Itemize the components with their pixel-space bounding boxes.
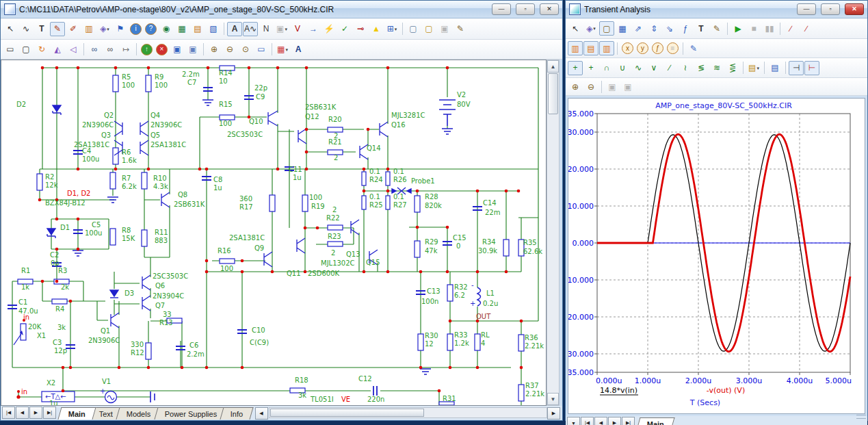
warning-icon[interactable]: ▲ (369, 22, 384, 36)
define-component-icon[interactable]: ✐ (66, 22, 81, 36)
text-icon[interactable]: T (694, 21, 709, 36)
goto-icon[interactable]: ↦ (118, 42, 133, 57)
zoom-area-icon[interactable]: ⊙ (238, 42, 253, 57)
component-drop-icon-dropdown[interactable]: ▾ (593, 26, 596, 31)
rotate-icon[interactable]: ↻ (34, 42, 49, 57)
low-icon[interactable]: ∨ (646, 61, 661, 75)
analysis-title-bar[interactable]: Transient Analysis — ▫ ✕ (566, 1, 867, 18)
color-palette-icon[interactable]: ▦▾ (275, 42, 290, 57)
fx-scale-icon[interactable]: ƒ (678, 21, 693, 36)
condition-display-icon[interactable]: ✓ (337, 22, 352, 36)
zoom-out-icon[interactable]: ⊖ (222, 42, 237, 57)
tab-power-supplies[interactable]: Power Supplies (154, 407, 228, 420)
pan-graph-icon[interactable]: ▦ (615, 21, 630, 36)
zoom-select-icon[interactable]: ▢ (599, 21, 614, 36)
model-check-icon[interactable]: ▦ (174, 22, 189, 36)
numeric-output-icon[interactable]: ▤ (767, 61, 782, 75)
scroll-up-icon[interactable]: ▲ (547, 60, 559, 73)
shapes-icon-dropdown[interactable]: ▾ (107, 27, 109, 31)
valley-icon[interactable]: ∪ (615, 61, 630, 75)
analysis-maximize-button[interactable]: ▫ (821, 3, 840, 15)
component-mode-icon[interactable]: ✎ (50, 22, 65, 36)
node-numbers-icon[interactable]: N (259, 22, 274, 36)
digital-trace-icon[interactable]: ▧ (206, 22, 221, 36)
bus-icon[interactable]: ▥ (81, 22, 96, 36)
power-display-icon[interactable]: ⚡ (321, 22, 337, 36)
text-mode-icon[interactable]: T (34, 22, 49, 36)
wire-mode-icon[interactable]: ∿ (18, 22, 34, 36)
mirror-vertical-icon[interactable]: ◭ (50, 42, 65, 57)
color-palette-icon-dropdown[interactable]: ▾ (285, 47, 288, 52)
grid-icon-dropdown[interactable]: ▾ (395, 27, 397, 31)
slope-alt-icon[interactable]: ∕ (799, 21, 814, 36)
paste-waveform-icon-dropdown[interactable]: ▾ (757, 66, 759, 70)
help-icon[interactable]: ? (145, 23, 157, 35)
zoom-in-icon[interactable]: ⊕ (207, 42, 222, 57)
node-shapes-icon-dropdown[interactable]: ▾ (285, 27, 287, 31)
prev-page-button[interactable]: ◀ (16, 407, 29, 419)
new-page-icon[interactable]: ▢ (406, 22, 421, 36)
run-icon[interactable]: ▶ (731, 21, 746, 36)
schematic-title-bar[interactable]: C:\MC11\DATA\Petrov\AMP-one-stage\80V_v2… (1, 1, 562, 18)
grid-icon[interactable]: ⊞▾ (384, 22, 399, 36)
high-icon[interactable]: ∿ (631, 61, 646, 75)
global-high-icon[interactable]: ≀ (678, 61, 693, 75)
current-display-icon[interactable]: → (306, 22, 321, 36)
analysis-minimize-button[interactable]: — (797, 3, 816, 15)
component-drop-icon[interactable]: ◈▾ (583, 21, 599, 36)
hscroll-thumb[interactable] (270, 409, 424, 417)
paste-to-page-icon[interactable]: ▣ (185, 42, 200, 57)
attribute-value-icon[interactable]: A∿ (243, 22, 258, 36)
disable-icon[interactable]: × (156, 44, 168, 55)
scale-corner-icon[interactable]: ⇘ (662, 21, 677, 36)
first-page-button[interactable]: |◀ (2, 407, 15, 419)
menu-zoom-icon[interactable]: ≡ (667, 42, 679, 54)
copy-image-icon[interactable]: ▭ (254, 42, 269, 57)
stacked-curves-icon[interactable]: ⋚ (725, 61, 740, 75)
node-shapes-icon[interactable]: ▣▾ (274, 22, 289, 36)
scrollbar-thumb[interactable] (548, 73, 558, 114)
schematic-vertical-scrollbar[interactable]: ▲ ▼ (547, 60, 560, 406)
properties-icon[interactable]: ✎ (709, 21, 724, 36)
node-voltages-icon[interactable]: V (290, 22, 305, 36)
scroll-down-icon[interactable]: ▼ (547, 393, 559, 405)
scroll-left-icon[interactable]: ◀ (255, 407, 268, 420)
edit-limits-icon[interactable]: ✎ (686, 41, 701, 55)
fx-zoom-icon[interactable]: ƒ (652, 42, 663, 54)
next-page-button[interactable]: ▶ (29, 407, 42, 419)
last-page-button[interactable]: ▶| (43, 407, 56, 419)
first-page-button[interactable]: |◀ (581, 417, 594, 425)
cascade-icon[interactable]: ▣ (605, 79, 620, 94)
model-list-icon[interactable]: ▤ (190, 22, 205, 36)
panel-plot-right-icon[interactable]: ▥ (599, 41, 614, 55)
find-icon[interactable]: ∞ (87, 42, 102, 57)
enable-icon[interactable]: ↑ (141, 44, 153, 55)
link-page-icon[interactable]: ▣ (437, 22, 452, 36)
y-axis-zoom-icon[interactable]: y (637, 42, 648, 54)
last-page-button[interactable]: ▶| (622, 417, 635, 425)
tab-main[interactable]: Main (636, 417, 674, 425)
info-icon[interactable]: i (130, 23, 142, 35)
pause-icon[interactable]: ▮▮ (762, 21, 777, 36)
schematic-horizontal-scrollbar[interactable]: ◀ ▶ (255, 407, 561, 418)
tracker-horizontal-icon[interactable]: + (568, 61, 583, 75)
select-region-icon[interactable]: ▭ (3, 42, 18, 57)
resize-grip[interactable] (856, 415, 866, 419)
copy-to-page-icon[interactable]: ▣ (170, 42, 185, 57)
zoom-in-icon[interactable]: ⊕ (568, 79, 583, 94)
pin-connections-icon[interactable]: ⊸ (353, 22, 368, 36)
analysis-close-button[interactable]: ✕ (845, 3, 864, 15)
scroll-right-icon[interactable]: ▶ (547, 407, 560, 420)
close-button[interactable]: ✕ (540, 3, 559, 15)
select-mode-icon[interactable]: ↖ (3, 22, 18, 36)
x-range-icon[interactable]: ⊣ (789, 61, 804, 75)
scale-vertical-icon[interactable]: ⇕ (646, 21, 661, 36)
panel-plot-wide-icon[interactable]: ▤ (583, 41, 599, 55)
tracker-vertical-icon[interactable]: + (583, 61, 599, 75)
stop-icon[interactable]: ■ (746, 21, 761, 36)
global-low-icon[interactable]: ≶ (694, 61, 709, 75)
shapes-icon[interactable]: ◈▾ (97, 22, 112, 36)
slope-icon[interactable]: ∕ (783, 21, 798, 36)
x-axis-zoom-icon[interactable]: x (622, 42, 633, 54)
find-part-icon[interactable]: ◉ (159, 22, 174, 36)
